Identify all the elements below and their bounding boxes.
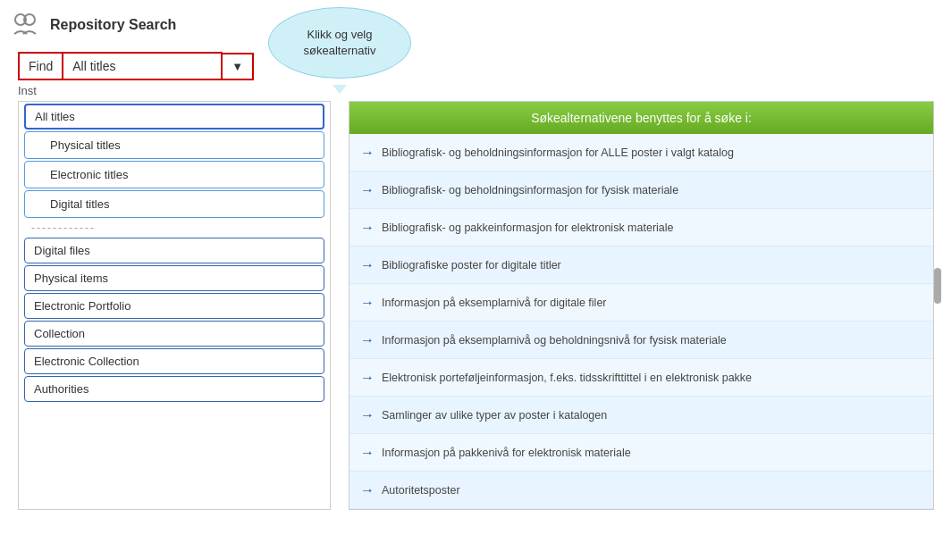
arrow-icon: → — [360, 257, 375, 273]
find-label: Find — [18, 52, 62, 80]
dropdown-item-all-titles[interactable]: All titles — [24, 104, 324, 130]
desc-physical-items: →Informasjon på eksemplarnivå og beholdn… — [349, 322, 933, 359]
dropdown-item-authorities[interactable]: Authorities — [24, 376, 324, 402]
dropdown-item-digital-files[interactable]: Digital files — [24, 238, 324, 263]
desc-physical-titles: →Bibliografisk- og beholdningsinformasjo… — [349, 171, 933, 209]
desc-text: Elektronisk porteføljeinformasjon, f.eks… — [382, 372, 752, 384]
speech-bubble: Klikk og velg søkealternativ — [268, 7, 411, 79]
desc-electronic-portfolio: →Elektronisk porteføljeinformasjon, f.ek… — [349, 359, 933, 397]
desc-all-titles: →Bibliografisk- og beholdningsinformasjo… — [349, 134, 933, 171]
arrow-icon: → — [360, 370, 375, 386]
arrow-icon: → — [360, 295, 375, 311]
dropdown-item-physical-items[interactable]: Physical items — [24, 265, 324, 291]
arrow-icon: → — [360, 445, 375, 461]
arrow-icon: → — [360, 407, 375, 423]
header-bar: Repository Search — [9, 9, 934, 41]
dropdown-item-physical-titles[interactable]: Physical titles — [24, 131, 324, 159]
description-header: Søkealternativene benyttes for å søke i: — [349, 102, 933, 134]
find-bar: Find All titles ▼ — [18, 52, 934, 80]
arrow-icon: → — [360, 220, 375, 236]
arrow-icon: → — [360, 145, 375, 161]
description-panel: Søkealternativene benyttes for å søke i:… — [349, 101, 934, 510]
desc-text: Samlinger av ulike typer av poster i kat… — [382, 409, 607, 422]
dropdown-item-electronic-portfolio[interactable]: Electronic Portfolio — [24, 293, 324, 319]
desc-text: Informasjon på eksemplarnivå og beholdni… — [382, 334, 727, 347]
desc-electronic-titles: →Bibliografisk- og pakkeinformasjon for … — [349, 209, 933, 247]
desc-text: Bibliografisk- og pakkeinformasjon for e… — [382, 221, 674, 234]
desc-digital-titles: →Bibliografiske poster for digitale titl… — [349, 247, 933, 284]
arrow-icon: → — [360, 332, 375, 348]
inst-row: Inst — [18, 84, 934, 97]
desc-digital-files: →Informasjon på eksemplarnivå for digita… — [349, 284, 933, 322]
dropdown-item-separator: ------------ — [19, 220, 330, 236]
inst-label: Inst — [18, 84, 37, 97]
dropdown-item-digital-titles[interactable]: Digital titles — [24, 190, 324, 218]
description-rows: →Bibliografisk- og beholdningsinformasjo… — [349, 134, 933, 509]
desc-text: Informasjon på eksemplarnivå for digital… — [382, 297, 607, 309]
page-title: Repository Search — [50, 17, 176, 33]
desc-electronic-collection: →Informasjon på pakkenivå for elektronis… — [349, 434, 933, 472]
desc-collection: →Samlinger av ulike typer av poster i ka… — [349, 397, 933, 434]
desc-text: Informasjon på pakkenivå for elektronisk… — [382, 447, 631, 459]
dropdown-item-electronic-titles[interactable]: Electronic titles — [24, 161, 324, 188]
main-container: Repository Search Klikk og velg søkealte… — [0, 0, 943, 560]
repository-icon — [9, 9, 41, 41]
desc-text: Autoritetsposter — [382, 484, 460, 497]
desc-text: Bibliografisk- og beholdningsinformasjon… — [382, 184, 678, 196]
arrow-icon: → — [360, 182, 375, 198]
dropdown-item-collection[interactable]: Collection — [24, 321, 324, 347]
desc-authorities: →Autoritetsposter — [349, 472, 933, 509]
desc-text: Bibliografiske poster for digitale title… — [382, 259, 561, 272]
dropdown-item-electronic-collection[interactable]: Electronic Collection — [24, 348, 324, 374]
desc-text: Bibliografisk- og beholdningsinformasjon… — [382, 146, 734, 159]
arrow-icon: → — [360, 482, 375, 498]
dropdown-list: All titlesPhysical titlesElectronic titl… — [18, 101, 331, 510]
find-dropdown-button[interactable]: ▼ — [223, 53, 254, 80]
content-area: All titlesPhysical titlesElectronic titl… — [18, 101, 934, 510]
scrollbar[interactable] — [934, 268, 941, 304]
find-select-value[interactable]: All titles — [62, 52, 223, 80]
